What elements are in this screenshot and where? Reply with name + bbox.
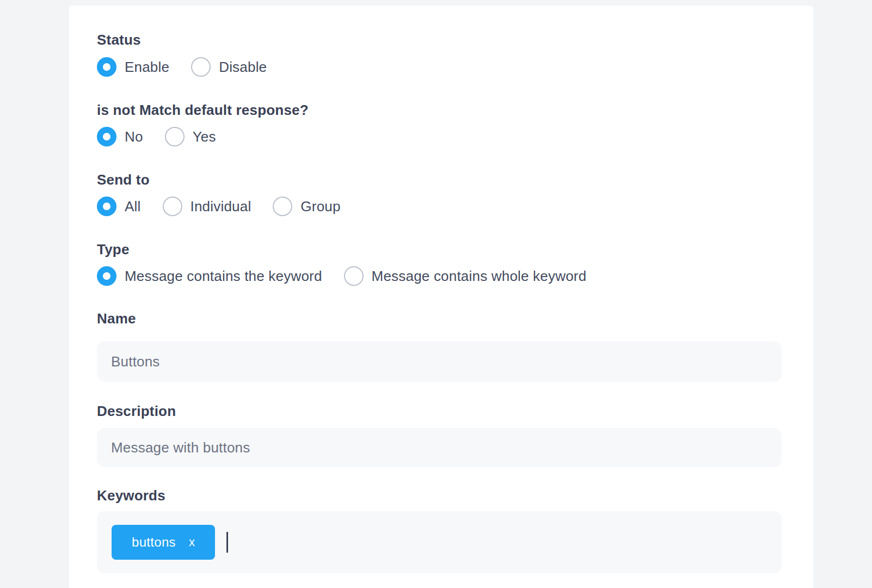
keyword-response-form-card: Status Enable Disable is not Match defau… (69, 5, 813, 588)
field-label-status: Status (97, 32, 141, 48)
match-default-radio-group: No Yes (97, 127, 216, 146)
radio-option-label: Message contains the keyword (125, 268, 322, 285)
radio-option-all[interactable]: All (97, 197, 141, 216)
radio-option-label: All (125, 198, 141, 215)
radio-option-label: Enable (125, 59, 169, 76)
radio-option-no[interactable]: No (97, 127, 143, 146)
radio-option-label: No (125, 128, 143, 145)
type-radio-group: Message contains the keyword Message con… (97, 266, 586, 286)
radio-option-contains-keyword[interactable]: Message contains the keyword (97, 266, 322, 286)
radio-unselected-icon (191, 57, 211, 77)
radio-option-contains-whole-keyword[interactable]: Message contains whole keyword (344, 266, 587, 286)
field-label-keywords: Keywords (97, 487, 165, 504)
send-to-radio-group: All Individual Group (97, 197, 341, 216)
description-input[interactable] (97, 428, 782, 467)
status-radio-group: Enable Disable (97, 57, 267, 77)
field-label-description: Description (97, 403, 176, 420)
field-label-send-to: Send to (97, 171, 150, 188)
radio-option-label: Yes (193, 128, 216, 145)
text-caret (226, 532, 228, 553)
keyword-tag-label: buttons (132, 535, 176, 550)
remove-keyword-button[interactable]: x (189, 536, 195, 548)
radio-unselected-icon (273, 197, 292, 216)
radio-selected-icon (97, 266, 116, 286)
radio-option-enable[interactable]: Enable (97, 57, 169, 77)
keywords-tags-input[interactable]: buttons x (97, 511, 782, 573)
name-input[interactable] (97, 341, 782, 382)
radio-unselected-icon (165, 127, 185, 146)
radio-option-label: Individual (191, 198, 251, 215)
radio-selected-icon (97, 57, 116, 77)
radio-option-disable[interactable]: Disable (191, 57, 267, 77)
radio-option-label: Group (300, 198, 340, 215)
field-label-match-default-response: is not Match default response? (97, 102, 309, 119)
keyword-tag: buttons x (112, 525, 215, 560)
radio-option-individual[interactable]: Individual (163, 197, 251, 216)
radio-unselected-icon (344, 266, 364, 286)
radio-option-label: Message contains whole keyword (372, 268, 587, 285)
radio-option-label: Disable (219, 59, 267, 76)
radio-unselected-icon (163, 197, 182, 216)
radio-selected-icon (97, 127, 116, 146)
radio-selected-icon (97, 197, 116, 216)
field-label-name: Name (97, 310, 136, 327)
field-label-type: Type (97, 241, 130, 258)
radio-option-group[interactable]: Group (273, 197, 340, 216)
radio-option-yes[interactable]: Yes (165, 127, 216, 146)
